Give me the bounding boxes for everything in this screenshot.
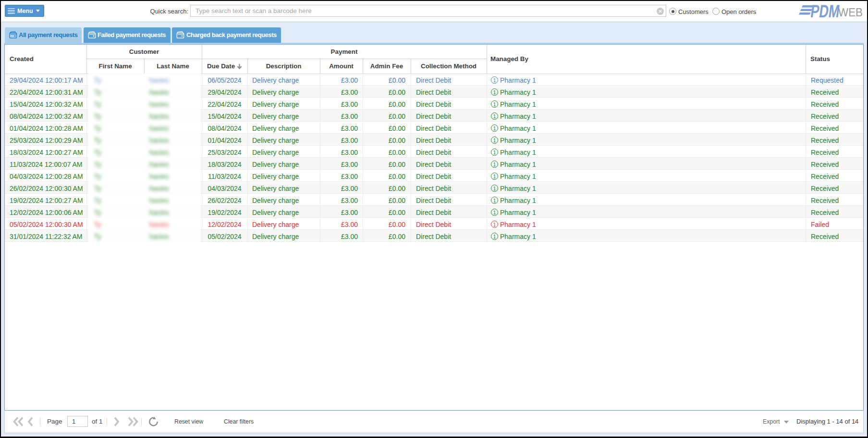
svg-text:PDM: PDM (809, 3, 841, 20)
svg-text:WEB: WEB (838, 6, 863, 19)
